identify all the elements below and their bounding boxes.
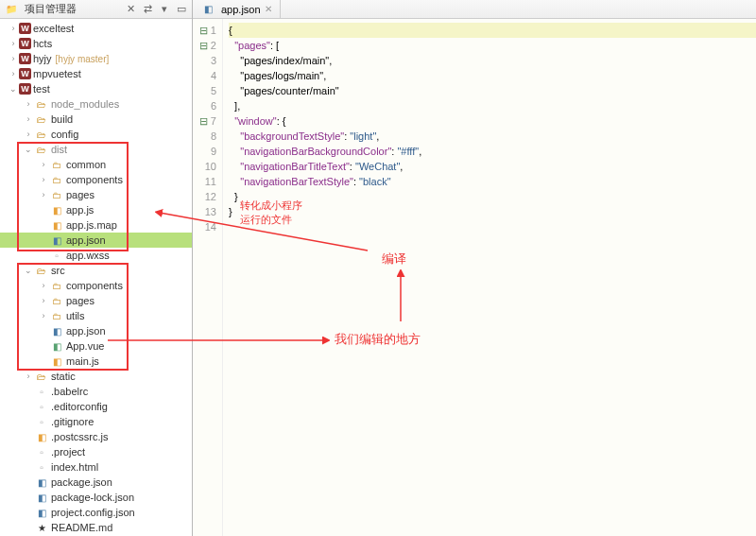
tree-label: mpvuetest [33, 68, 81, 79]
tree-item-App-vue[interactable]: ◧App.vue [0, 338, 192, 354]
tree-item-package-json[interactable]: ◧package.json [0, 475, 192, 490]
tree-item-index-html[interactable]: ▫index.html [0, 459, 192, 475]
expand-icon[interactable]: ⌄ [23, 266, 34, 275]
minimize-icon[interactable]: ▭ [175, 3, 188, 16]
tree-label: components [66, 174, 123, 185]
tree-item-app-json[interactable]: ◧app.json [0, 323, 192, 338]
tree-label: build [51, 113, 73, 125]
project-explorer-panel: 📁 项目管理器 ✕ ⇄ ▾ ▭ ›Wexceltest›Whcts›Whyjy[… [0, 0, 193, 536]
tree-label: hyjy [33, 53, 52, 64]
code-area[interactable]: { "pages": [ "pages/index/main", "pages/… [223, 19, 756, 536]
tree-item--postcssrc-js[interactable]: ◧.postcssrc.js [0, 429, 192, 444]
tree-item-build[interactable]: ›🗁build [0, 112, 192, 127]
tree-item-project-config-json[interactable]: ◧project.config.json [0, 505, 192, 520]
tree-label: App.vue [66, 340, 104, 352]
tree-label: static [51, 371, 76, 382]
tree-item-components[interactable]: ›🗀components [0, 172, 192, 187]
tree-label: index.html [51, 461, 98, 473]
tab-label: app.json [221, 4, 261, 15]
expand-icon[interactable]: › [8, 69, 19, 78]
json-icon: ◧ [200, 3, 215, 16]
code-editor[interactable]: ⊟ 1⊟ 23456⊟ 7891011121314 { "pages": [ "… [193, 19, 756, 536]
expand-icon[interactable]: › [23, 99, 34, 109]
tree-label: app.js.map [66, 219, 117, 231]
tab-app-json[interactable]: ◧ app.json ✕ [193, 0, 281, 18]
panel-title: 项目管理器 [25, 2, 120, 16]
tree-label: main.js [66, 355, 99, 367]
tree-label: .project [51, 446, 85, 458]
expand-icon[interactable]: › [38, 296, 49, 305]
tree-label: package-lock.json [51, 492, 134, 503]
file-tree[interactable]: ›Wexceltest›Whcts›Whyjy[hyjy master]›Wmp… [0, 19, 192, 536]
tree-item-static[interactable]: ›🗁static [0, 369, 192, 384]
expand-icon[interactable]: › [23, 130, 34, 139]
tree-label: exceltest [33, 23, 74, 34]
tree-item-main-js[interactable]: ◧main.js [0, 354, 192, 369]
tree-label: app.wxss [66, 250, 110, 261]
tree-label: node_modules [51, 98, 119, 110]
tree-item-components[interactable]: ›🗀components [0, 278, 192, 293]
tree-item--editorconfig[interactable]: ▫.editorconfig [0, 399, 192, 414]
tree-item--gitignore[interactable]: ▫.gitignore [0, 414, 192, 429]
project-icon: 📁 [4, 3, 19, 16]
tree-item-test[interactable]: ⌄Wtest [0, 81, 192, 96]
expand-icon[interactable]: › [38, 311, 49, 320]
tree-label: src [51, 265, 65, 276]
tree-item-app-js-map[interactable]: ◧app.js.map [0, 217, 192, 233]
editor-tabs: ◧ app.json ✕ [193, 0, 756, 19]
expand-icon[interactable]: › [38, 175, 49, 184]
tree-label: hcts [33, 38, 52, 49]
tree-label: project.config.json [51, 507, 135, 518]
tree-label: .postcssrc.js [51, 431, 109, 442]
expand-icon[interactable]: › [38, 160, 49, 169]
tree-label: pages [66, 189, 94, 200]
tree-item-pages[interactable]: ›🗀pages [0, 293, 192, 308]
tree-label: test [33, 83, 50, 95]
expand-icon[interactable]: › [8, 39, 19, 48]
panel-header: 📁 项目管理器 ✕ ⇄ ▾ ▭ [0, 0, 192, 19]
link-icon[interactable]: ⇄ [141, 3, 154, 16]
tree-label: .editorconfig [51, 401, 108, 412]
expand-icon[interactable]: › [8, 54, 19, 63]
tree-item-hyjy[interactable]: ›Whyjy[hyjy master] [0, 51, 192, 66]
tree-item-hcts[interactable]: ›Whcts [0, 36, 192, 51]
line-numbers: ⊟ 1⊟ 23456⊟ 7891011121314 [193, 19, 223, 536]
tree-label: config [51, 129, 78, 140]
tree-label: pages [66, 295, 94, 306]
tree-item-utils[interactable]: ›🗀utils [0, 308, 192, 323]
tree-item-src[interactable]: ⌄🗁src [0, 263, 192, 278]
expand-icon[interactable]: › [23, 372, 34, 381]
expand-icon[interactable]: › [23, 114, 34, 124]
tree-label: package.json [51, 476, 112, 488]
tree-label: utils [66, 310, 85, 321]
editor-panel: ◧ app.json ✕ ⊟ 1⊟ 23456⊟ 7891011121314 {… [193, 0, 756, 536]
tree-item-app-js[interactable]: ◧app.js [0, 202, 192, 217]
tree-item-exceltest[interactable]: ›Wexceltest [0, 21, 192, 36]
tree-item-config[interactable]: ›🗁config [0, 127, 192, 142]
close-icon[interactable]: ✕ [124, 3, 137, 16]
tree-label: dist [51, 144, 67, 155]
expand-icon[interactable]: › [38, 190, 49, 199]
tree-item-node_modules[interactable]: ›🗁node_modules [0, 96, 192, 112]
expand-icon[interactable]: ⌄ [8, 84, 19, 94]
tree-label: app.json [66, 234, 106, 246]
expand-icon[interactable]: › [38, 281, 49, 290]
tree-item-app-json[interactable]: ◧app.json [0, 233, 192, 248]
tree-item-mpvuetest[interactable]: ›Wmpvuetest [0, 66, 192, 81]
expand-icon[interactable]: ⌄ [23, 145, 34, 154]
tree-item--project[interactable]: ▫.project [0, 444, 192, 459]
tree-item-README-md[interactable]: ★README.md [0, 520, 192, 535]
expand-icon[interactable]: › [8, 24, 19, 33]
tree-item--babelrc[interactable]: ▫.babelrc [0, 384, 192, 399]
tree-label: .gitignore [51, 416, 94, 427]
tree-item-pages[interactable]: ›🗀pages [0, 187, 192, 202]
tree-item-app-wxss[interactable]: ▫app.wxss [0, 248, 192, 263]
tree-item-common[interactable]: ›🗀common [0, 157, 192, 172]
tree-label: .babelrc [51, 386, 88, 397]
close-icon[interactable]: ✕ [265, 4, 272, 14]
tree-label: app.json [66, 325, 106, 337]
menu-icon[interactable]: ▾ [158, 3, 171, 16]
tree-label: common [66, 159, 106, 170]
tree-item-dist[interactable]: ⌄🗁dist [0, 142, 192, 157]
tree-item-package-lock-json[interactable]: ◧package-lock.json [0, 490, 192, 505]
